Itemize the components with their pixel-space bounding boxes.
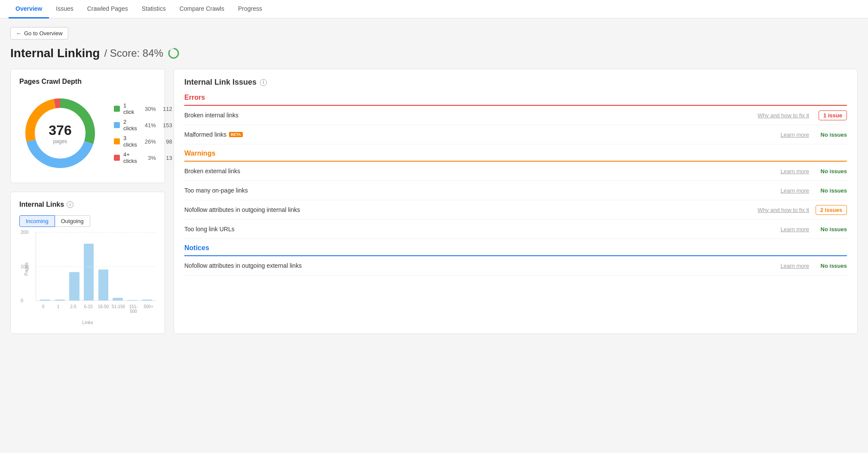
issue-row: Nofollow attributes in outgoing external… xyxy=(184,256,847,275)
issue-name: Malformed linksBETA xyxy=(184,131,777,138)
section-notices: NoticesNofollow attributes in outgoing e… xyxy=(184,244,847,275)
legend-label: 2 clicks xyxy=(123,119,137,132)
incoming-tab[interactable]: Incoming xyxy=(19,215,55,227)
bar xyxy=(98,269,109,300)
tab-statistics[interactable]: Statistics xyxy=(135,0,173,18)
section-warnings: WarningsBroken external linksLearn moreN… xyxy=(184,150,847,239)
bar xyxy=(69,272,79,300)
issue-row: Nofollow attributes in outgoing internal… xyxy=(184,200,847,220)
bar xyxy=(55,300,65,300)
x-axis-title: Links xyxy=(19,320,156,325)
tab-overview[interactable]: Overview xyxy=(9,0,49,18)
issue-row: Too long link URLsLearn moreNo issues xyxy=(184,220,847,239)
tabs-bar: OverviewIssuesCrawled PagesStatisticsCom… xyxy=(0,0,868,18)
issue-row: Malformed linksBETALearn moreNo issues xyxy=(184,125,847,144)
bar-x-label: 151-500 xyxy=(126,303,141,314)
section-header-warnings: Warnings xyxy=(184,150,847,162)
issue-link[interactable]: Learn more xyxy=(781,226,809,233)
issues-title: Internal Link Issues i xyxy=(184,78,847,87)
legend-count: 13 xyxy=(159,155,172,161)
bar xyxy=(142,300,152,300)
issue-status: No issues xyxy=(813,263,847,269)
issue-link[interactable]: Learn more xyxy=(781,187,809,194)
issue-status: No issues xyxy=(813,168,847,174)
tab-crawled-pages[interactable]: Crawled Pages xyxy=(80,0,135,18)
legend-count: 153 xyxy=(159,122,172,129)
legend-item: 2 clicks 41% 153 xyxy=(114,119,172,132)
legend-count: 98 xyxy=(159,138,172,145)
legend-item: 3 clicks 26% 98 xyxy=(114,135,172,148)
donut-center: 376 pages xyxy=(49,122,71,144)
issue-row: Too many on-page linksLearn moreNo issue… xyxy=(184,181,847,200)
issue-name: Nofollow attributes in outgoing internal… xyxy=(184,206,754,213)
legend-count: 112 xyxy=(159,106,172,112)
legend-label: 3 clicks xyxy=(123,135,137,148)
bar xyxy=(84,244,94,300)
legend-pct: 30% xyxy=(141,106,156,112)
bar-x-label: 0 xyxy=(36,303,51,314)
donut-label: pages xyxy=(49,138,71,144)
internal-links-title: Internal Links i xyxy=(19,201,156,208)
crawl-depth-legend: 1 click 30% 112 2 clicks 41% 153 3 click… xyxy=(114,102,172,164)
legend-dot xyxy=(114,122,120,128)
issue-badge-red[interactable]: 1 issue xyxy=(819,110,847,120)
legend-dot xyxy=(114,138,120,144)
crawl-depth-card: Pages Crawl Depth xyxy=(10,69,165,183)
issue-status: 1 issue xyxy=(813,112,847,119)
issue-link[interactable]: Why and how to fix it xyxy=(758,207,809,213)
issue-badge-orange[interactable]: 2 issues xyxy=(816,205,847,215)
legend-pct: 3% xyxy=(141,155,156,161)
tab-issues[interactable]: Issues xyxy=(49,0,80,18)
section-header-notices: Notices xyxy=(184,244,847,256)
page-title-text: Internal Linking xyxy=(10,46,100,60)
legend-pct: 26% xyxy=(141,138,156,145)
legend-label: 4+ clicks xyxy=(123,151,137,164)
issues-card: Internal Link Issues i ErrorsBroken inte… xyxy=(174,69,858,334)
outgoing-tab[interactable]: Outgoing xyxy=(55,215,90,227)
bar-x-label: 6-15 xyxy=(81,303,96,314)
issue-status: No issues xyxy=(813,187,847,194)
tab-progress[interactable]: Progress xyxy=(231,0,269,18)
bar-chart-area: Pages 200 100 0 012-56-1516-5051-150151-… xyxy=(19,232,156,318)
internal-links-card: Internal Links i Incoming Outgoing Pages xyxy=(10,192,165,334)
issue-name: Broken external links xyxy=(184,168,777,174)
legend-label: 1 click xyxy=(123,102,137,115)
issue-name: Too many on-page links xyxy=(184,187,777,194)
issues-info-icon[interactable]: i xyxy=(260,79,267,86)
bar xyxy=(113,298,123,300)
issue-link[interactable]: Why and how to fix it xyxy=(758,112,809,119)
issue-name: Too long link URLs xyxy=(184,226,777,233)
bar-x-label: 51-150 xyxy=(111,303,126,314)
back-arrow-icon: ← xyxy=(16,30,21,37)
main-content: ← Go to Overview Internal Linking / Scor… xyxy=(0,18,868,343)
issue-link[interactable]: Learn more xyxy=(781,168,809,174)
bar-x-label: 500+ xyxy=(141,303,156,314)
bar-x-label: 16-50 xyxy=(96,303,111,314)
issue-row: Broken external linksLearn moreNo issues xyxy=(184,162,847,181)
issue-name: Broken internal links xyxy=(184,112,754,119)
legend-dot xyxy=(114,106,120,112)
back-button-label: Go to Overview xyxy=(24,30,63,37)
internal-links-info-icon[interactable]: i xyxy=(67,201,73,208)
issue-row: Broken internal linksWhy and how to fix … xyxy=(184,106,847,125)
section-header-errors: Errors xyxy=(184,94,847,106)
left-column: Pages Crawl Depth xyxy=(10,69,165,334)
issue-link[interactable]: Learn more xyxy=(781,263,809,269)
issue-status: No issues xyxy=(813,226,847,233)
issues-sections: ErrorsBroken internal linksWhy and how t… xyxy=(184,94,847,281)
issue-name: Nofollow attributes in outgoing external… xyxy=(184,262,777,269)
two-column-layout: Pages Crawl Depth xyxy=(10,69,858,334)
tab-compare-crawls[interactable]: Compare Crawls xyxy=(173,0,231,18)
bar-x-label: 2-5 xyxy=(66,303,81,314)
legend-pct: 41% xyxy=(141,122,156,129)
issue-link[interactable]: Learn more xyxy=(781,132,809,138)
link-toggle: Incoming Outgoing xyxy=(19,215,156,227)
legend-item: 1 click 30% 112 xyxy=(114,102,172,115)
right-column: Internal Link Issues i ErrorsBroken inte… xyxy=(174,69,858,334)
issue-status: 2 issues xyxy=(813,207,847,213)
back-button[interactable]: ← Go to Overview xyxy=(10,27,68,40)
bar xyxy=(40,300,50,300)
score-circle-icon xyxy=(168,47,180,59)
crawl-depth-title: Pages Crawl Depth xyxy=(19,78,156,86)
donut-total: 376 xyxy=(49,122,71,138)
